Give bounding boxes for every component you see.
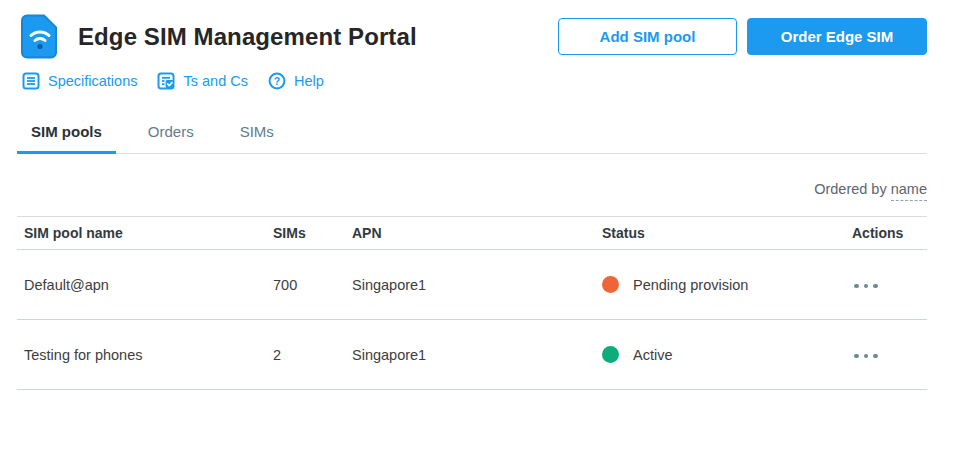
col-header-status: Status (602, 225, 852, 241)
help-label: Help (294, 73, 324, 89)
row-actions-menu-button[interactable] (852, 278, 880, 295)
sims-count-cell: 2 (273, 347, 352, 363)
col-header-apn: APN (352, 225, 602, 241)
order-edge-sim-button[interactable]: Order Edge SIM (747, 18, 927, 55)
table-header-row: SIM pool name SIMs APN Status Actions (17, 216, 927, 250)
svg-text:?: ? (274, 75, 280, 87)
checklist-icon (157, 72, 175, 90)
ts-and-cs-link[interactable]: Ts and Cs (157, 72, 247, 90)
status-dot-pending (602, 276, 619, 293)
row-actions-menu-button[interactable] (852, 348, 880, 365)
col-header-sim-pool-name: SIM pool name (24, 225, 273, 241)
sim-pool-name-cell: Default@apn (24, 277, 273, 293)
sort-prefix-label: Ordered by (814, 181, 891, 197)
page-title: Edge SIM Management Portal (78, 23, 417, 51)
quick-links: Specifications Ts and Cs ? (17, 72, 927, 90)
apn-cell: Singapore1 (352, 277, 602, 293)
question-circle-icon: ? (268, 72, 286, 90)
sim-card-wifi-icon (20, 14, 60, 59)
sort-control: Ordered by name (17, 181, 927, 197)
specifications-label: Specifications (48, 73, 137, 89)
status-dot-active (602, 346, 619, 363)
sort-field-selector[interactable]: name (891, 181, 927, 201)
sim-pool-name-cell: Testing for phones (24, 347, 273, 363)
header: Edge SIM Management Portal Add SIM pool … (17, 0, 927, 59)
specifications-link[interactable]: Specifications (22, 72, 137, 90)
apn-cell: Singapore1 (352, 347, 602, 363)
tab-sim-pools[interactable]: SIM pools (17, 114, 116, 154)
tab-orders[interactable]: Orders (134, 114, 208, 154)
col-header-sims: SIMs (273, 225, 352, 241)
tab-bar: SIM pools Orders SIMs (17, 114, 927, 154)
ellipsis-icon (854, 284, 859, 289)
status-cell: Active (602, 346, 852, 363)
col-header-actions: Actions (852, 225, 927, 241)
status-label: Pending provision (633, 277, 748, 293)
table-row: Testing for phones 2 Singapore1 Active (17, 320, 927, 390)
ts-and-cs-label: Ts and Cs (183, 73, 247, 89)
add-sim-pool-button[interactable]: Add SIM pool (558, 18, 737, 55)
help-link[interactable]: ? Help (268, 72, 324, 90)
edge-sim-portal: Edge SIM Management Portal Add SIM pool … (0, 0, 955, 390)
sims-count-cell: 700 (273, 277, 352, 293)
ellipsis-icon (854, 354, 859, 359)
sim-pools-table: SIM pool name SIMs APN Status Actions De… (17, 216, 927, 390)
status-cell: Pending provision (602, 276, 852, 293)
document-lines-icon (22, 72, 40, 90)
status-label: Active (633, 347, 673, 363)
tab-sims[interactable]: SIMs (226, 114, 288, 154)
table-row: Default@apn 700 Singapore1 Pending provi… (17, 250, 927, 320)
